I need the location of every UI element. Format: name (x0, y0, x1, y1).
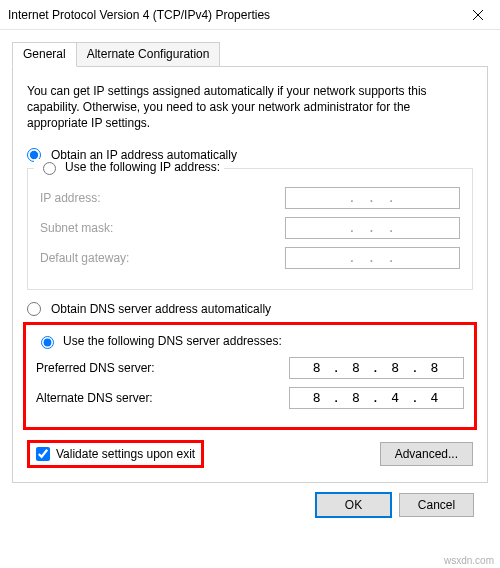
subnet-row: Subnet mask: . . . (40, 217, 460, 239)
watermark: wsxdn.com (444, 555, 494, 566)
dialog-buttons: OK Cancel (12, 483, 488, 517)
dns-auto-label: Obtain DNS server address automatically (51, 302, 271, 316)
subnet-input[interactable]: . . . (285, 217, 460, 239)
tab-general[interactable]: General (12, 42, 77, 67)
dns-manual-group: Use the following DNS server addresses: … (23, 322, 477, 430)
ip-address-input[interactable]: . . . (285, 187, 460, 209)
dns-manual-header[interactable]: Use the following DNS server addresses: (36, 333, 464, 349)
gateway-input[interactable]: . . . (285, 247, 460, 269)
validate-checkbox[interactable] (36, 447, 50, 461)
ok-button[interactable]: OK (316, 493, 391, 517)
dns-auto-radio[interactable] (27, 302, 41, 316)
preferred-dns-input[interactable]: 8 . 8 . 8 . 8 (289, 357, 464, 379)
tab-alternate[interactable]: Alternate Configuration (77, 42, 221, 66)
dns-auto-row[interactable]: Obtain DNS server address automatically (27, 302, 473, 316)
close-button[interactable] (455, 0, 500, 30)
ip-manual-radio[interactable] (43, 162, 56, 175)
tab-panel: You can get IP settings assigned automat… (12, 66, 488, 483)
window-title: Internet Protocol Version 4 (TCP/IPv4) P… (8, 8, 270, 22)
subnet-label: Subnet mask: (40, 221, 113, 235)
preferred-dns-label: Preferred DNS server: (36, 361, 155, 375)
description-text: You can get IP settings assigned automat… (27, 83, 473, 132)
dns-manual-label: Use the following DNS server addresses: (63, 334, 282, 348)
gateway-label: Default gateway: (40, 251, 129, 265)
alternate-dns-input[interactable]: 8 . 8 . 4 . 4 (289, 387, 464, 409)
gateway-row: Default gateway: . . . (40, 247, 460, 269)
alternate-dns-row: Alternate DNS server: 8 . 8 . 4 . 4 (36, 387, 464, 409)
advanced-button[interactable]: Advanced... (380, 442, 473, 466)
ip-address-label: IP address: (40, 191, 100, 205)
tab-strip: General Alternate Configuration (12, 42, 488, 66)
ip-manual-label: Use the following IP address: (65, 160, 220, 174)
ip-manual-group: Use the following IP address: IP address… (27, 168, 473, 290)
preferred-dns-row: Preferred DNS server: 8 . 8 . 8 . 8 (36, 357, 464, 379)
validate-checkbox-wrap[interactable]: Validate settings upon exit (27, 440, 204, 468)
close-icon (473, 7, 483, 23)
bottom-row: Validate settings upon exit Advanced... (27, 440, 473, 468)
ip-manual-header[interactable]: Use the following IP address: (34, 159, 224, 175)
ip-address-row: IP address: . . . (40, 187, 460, 209)
validate-label: Validate settings upon exit (56, 447, 195, 461)
dialog-content: General Alternate Configuration You can … (0, 30, 500, 527)
cancel-button[interactable]: Cancel (399, 493, 474, 517)
alternate-dns-label: Alternate DNS server: (36, 391, 153, 405)
dns-manual-radio[interactable] (41, 336, 54, 349)
titlebar: Internet Protocol Version 4 (TCP/IPv4) P… (0, 0, 500, 30)
